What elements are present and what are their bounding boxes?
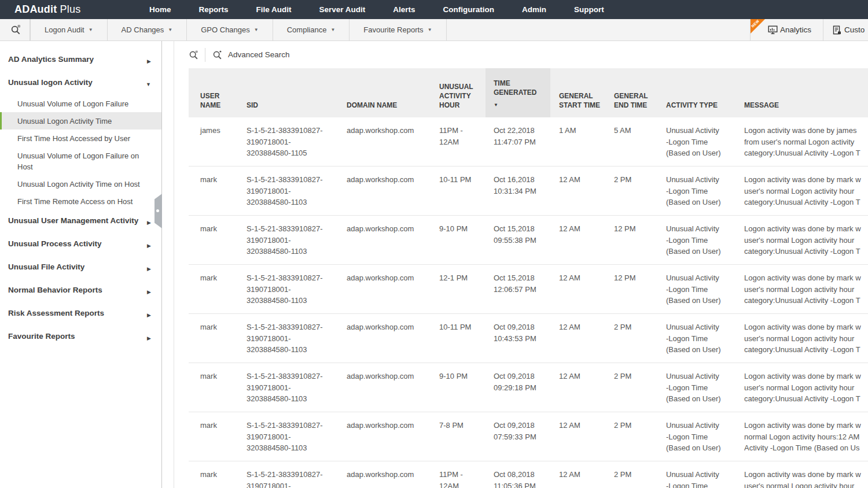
- column-header-domain_name[interactable]: DOMAIN NAME: [347, 68, 439, 117]
- sidebar-category-ad-analytics-summary[interactable]: AD Analytics Summary▶: [0, 49, 161, 72]
- chevron-right-icon: ▶: [147, 308, 151, 321]
- column-header-label: TIME GENERATED: [494, 79, 536, 97]
- cell-user_name: james: [189, 117, 247, 166]
- cell-user_name: mark: [189, 314, 247, 363]
- chevron-down-icon: ▼: [146, 77, 151, 90]
- app-logo[interactable]: ADAudit Plus: [0, 3, 149, 16]
- column-header-general_start_time[interactable]: GENERAL START TIME: [550, 68, 607, 117]
- cell-general_end_time: 5 AM: [607, 117, 660, 166]
- toolbar-menu-label: Compliance: [287, 25, 327, 34]
- cell-sid: S-1-5-21-3833910827- 3190718001- 3203884…: [247, 117, 347, 166]
- column-header-text: MESSAGE: [744, 101, 779, 110]
- sidebar-gutter: [162, 41, 174, 488]
- sidebar-collapse-handle[interactable]: [155, 194, 162, 228]
- toolbar-menu-compliance[interactable]: Compliance▼: [273, 19, 350, 40]
- cell-general_end_time: 2 PM: [607, 314, 660, 363]
- cell-general_start_time: 12 AM: [550, 461, 607, 488]
- column-header-time_generated[interactable]: TIME GENERATED▼: [486, 68, 550, 117]
- cell-time_generated: Oct 22,2018 11:47:07 PM: [486, 117, 550, 166]
- sidebar-item-label: Unusual Process Activity: [8, 238, 142, 249]
- nav-item-server-audit[interactable]: Server Audit: [319, 5, 366, 14]
- nav-item-home[interactable]: Home: [149, 5, 171, 14]
- cell-unusual_activity_hour: 9-10 PM: [439, 216, 486, 264]
- nav-item-file-audit[interactable]: File Audit: [256, 5, 292, 14]
- cell-message: Logon activity was done by mark w user's…: [744, 167, 868, 215]
- cell-domain_name: adap.workshop.com: [347, 461, 439, 488]
- sidebar-list: AD Analytics Summary▶Unusual logon Activ…: [0, 49, 161, 349]
- sort-desc-icon: ▼: [494, 101, 545, 110]
- toolbar-menu-label: Logon Audit: [45, 25, 84, 34]
- chevron-down-icon: ▼: [330, 27, 335, 32]
- nav-item-reports[interactable]: Reports: [199, 5, 229, 14]
- cell-time_generated: Oct 15,2018 09:55:38 PM: [486, 216, 550, 264]
- cell-user_name: mark: [189, 265, 247, 313]
- table-row: markS-1-5-21-3833910827- 3190718001- 320…: [189, 167, 868, 216]
- sidebar-item-unusual-volume-of-logon-failure-on-host[interactable]: Unusual Volume of Logon Failure on Host: [0, 147, 161, 175]
- nav-item-support[interactable]: Support: [574, 5, 604, 14]
- advanced-search-icon[interactable]: [212, 50, 223, 60]
- cell-message: Logon activity was done by mark w user's…: [744, 216, 868, 264]
- column-header-label: SID: [247, 101, 258, 109]
- cell-user_name: mark: [189, 216, 247, 264]
- search-icon: [10, 24, 21, 35]
- cell-message: Logon activity was done by mark w user's…: [744, 461, 868, 488]
- cell-sid: S-1-5-21-3833910827- 3190718001- 3203884…: [247, 216, 347, 264]
- column-header-unusual_activity_hour[interactable]: UNUSUAL ACTIVITY HOUR: [439, 68, 486, 117]
- chevron-right-icon: ▶: [147, 238, 151, 252]
- toolbar-menu-ad-changes[interactable]: AD Changes▼: [108, 19, 187, 40]
- sidebar-category-unusual-user-management-activity[interactable]: Unusual User Management Activity▶: [0, 210, 161, 233]
- customize-report-icon: [833, 25, 841, 35]
- nav-item-configuration[interactable]: Configuration: [443, 5, 494, 14]
- cell-general_start_time: 12 AM: [550, 216, 607, 264]
- toolbar-menu-gpo-changes[interactable]: GPO Changes▼: [187, 19, 273, 40]
- column-header-text: UNUSUAL ACTIVITY HOUR: [439, 82, 480, 110]
- chevron-down-icon: ▼: [168, 27, 172, 32]
- sidebar-item-first-time-remote-access-on-host[interactable]: First Time Remote Access on Host: [0, 193, 161, 210]
- column-header-sid[interactable]: SID: [247, 68, 347, 117]
- sidebar-item-unusual-logon-activity-time-on-host[interactable]: Unusual Logon Activity Time on Host: [0, 175, 161, 193]
- sidebar-item-label: Unusual logon Activity: [8, 77, 141, 88]
- column-header-text: SID: [247, 101, 258, 110]
- column-header-message[interactable]: MESSAGE: [744, 68, 868, 117]
- analytics-button[interactable]: NEW Analytics: [750, 19, 823, 40]
- cell-time_generated: Oct 08,2018 11:05:36 PM: [486, 461, 550, 488]
- table-row: markS-1-5-21-3833910827- 3190718001- 320…: [189, 265, 868, 314]
- cell-sid: S-1-5-21-3833910827- 3190718001- 3203884…: [247, 265, 347, 313]
- column-search-icon[interactable]: [189, 50, 199, 60]
- analytics-label: Analytics: [780, 25, 811, 34]
- cell-domain_name: adap.workshop.com: [347, 412, 439, 461]
- report-main-panel: Advanced Search USER NAMESIDDOMAIN NAMEU…: [174, 41, 868, 488]
- advanced-search-label[interactable]: Advanced Search: [228, 50, 290, 59]
- sidebar-category-risk-assessment-reports[interactable]: Risk Assessment Reports▶: [0, 302, 161, 326]
- nav-item-alerts[interactable]: Alerts: [393, 5, 415, 14]
- sidebar-item-unusual-logon-activity-time[interactable]: Unusual Logon Activity Time: [0, 112, 161, 130]
- sidebar-item-first-time-host-accessed-by-user[interactable]: First Time Host Accessed by User: [0, 130, 161, 147]
- sidebar-category-unusual-file-activity[interactable]: Unusual File Activity▶: [0, 256, 161, 279]
- table-header-row: USER NAMESIDDOMAIN NAMEUNUSUAL ACTIVITY …: [189, 68, 868, 117]
- customize-button[interactable]: Custo: [823, 19, 868, 40]
- cell-sid: S-1-5-21-3833910827- 3190718001- 3203884…: [247, 461, 347, 488]
- table-row: markS-1-5-21-3833910827- 3190718001- 320…: [189, 314, 868, 363]
- report-search-button[interactable]: [9, 24, 30, 35]
- column-header-user_name[interactable]: USER NAME: [189, 68, 247, 117]
- sidebar-category-unusual-process-activity[interactable]: Unusual Process Activity▶: [0, 233, 161, 256]
- sidebar-item-label: First Time Remote Access on Host: [17, 196, 151, 207]
- column-header-activity_type[interactable]: ACTIVITY TYPE: [660, 68, 744, 117]
- sidebar-item-label: Unusual User Management Activity: [8, 215, 142, 226]
- toolbar-menu-logon-audit[interactable]: Logon Audit▼: [30, 19, 108, 40]
- sidebar-category-normal-behavior-reports[interactable]: Normal Behavior Reports▶: [0, 279, 161, 302]
- sidebar-item-unusual-volume-of-logon-failure[interactable]: Unusual Volume of Logon Failure: [0, 95, 161, 112]
- chevron-right-icon: ▶: [147, 331, 151, 344]
- table-row: markS-1-5-21-3833910827- 3190718001- 320…: [189, 363, 868, 412]
- cell-time_generated: Oct 09,2018 09:29:18 PM: [486, 363, 550, 412]
- nav-item-admin[interactable]: Admin: [522, 5, 546, 14]
- cell-unusual_activity_hour: 11PM - 12AM: [439, 117, 486, 166]
- cell-domain_name: adap.workshop.com: [347, 363, 439, 412]
- column-header-general_end_time[interactable]: GENERAL END TIME: [607, 68, 660, 117]
- sidebar-category-unusual-logon-activity[interactable]: Unusual logon Activity▼: [0, 72, 161, 95]
- cell-user_name: mark: [189, 363, 247, 412]
- sidebar-item-label: Risk Assessment Reports: [8, 308, 142, 319]
- toolbar-menu-favourite-reports[interactable]: Favourite Reports▼: [350, 19, 446, 40]
- sidebar-category-favourite-reports[interactable]: Favourite Reports▶: [0, 326, 161, 349]
- toolbar-menus: Logon Audit▼AD Changes▼GPO Changes▼Compl…: [30, 19, 447, 40]
